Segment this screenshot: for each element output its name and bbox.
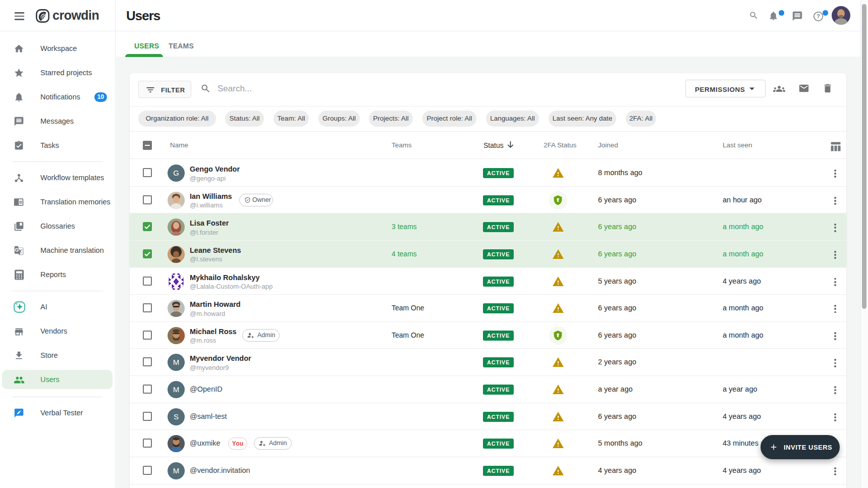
svg-text:?: ? (817, 13, 820, 19)
